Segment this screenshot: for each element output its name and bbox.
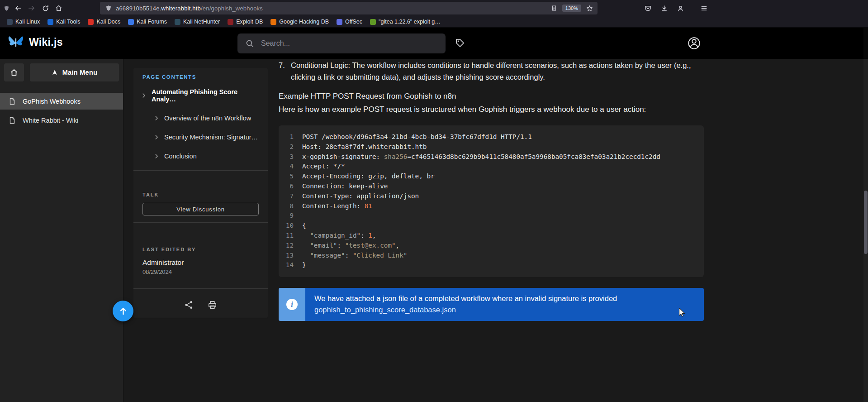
- browser-account-icon[interactable]: [674, 2, 687, 14]
- info-text: We have attached a json file of a comple…: [314, 294, 617, 302]
- bookmark-item[interactable]: Kali NetHunter: [171, 18, 223, 26]
- line-number: 6: [279, 182, 294, 191]
- back-button[interactable]: [11, 2, 25, 14]
- toc-item[interactable]: Security Mechanism: Signatur…: [133, 128, 268, 147]
- section-heading: Example HTTP POST Request from Gophish t…: [279, 92, 704, 101]
- downloads-icon[interactable]: [658, 2, 670, 14]
- line-number: 14: [279, 260, 294, 270]
- app-menu-icon[interactable]: [697, 2, 710, 14]
- pocket-save-icon[interactable]: [641, 2, 654, 14]
- bookmark-label: Kali Docs: [96, 19, 120, 25]
- url-domain: .whiterabbit.htb: [160, 5, 201, 12]
- list-item-text: Conditional Logic: The workflow includes…: [291, 59, 691, 83]
- reader-mode-icon[interactable]: [551, 5, 557, 11]
- code-line: Content-Length: 81: [302, 201, 660, 211]
- list-item-number: 7.: [279, 59, 291, 83]
- code-line: [302, 211, 660, 221]
- bookmark-favicon: [370, 19, 376, 25]
- ordered-list-item: 7. Conditional Logic: The workflow inclu…: [279, 59, 704, 83]
- toc-item[interactable]: Overview of the n8n Workflow: [133, 109, 268, 128]
- line-number: 2: [279, 142, 294, 152]
- bookmark-favicon: [337, 19, 342, 25]
- url-text: a668910b5514e.whiterabbit.htb/en/gophish…: [116, 5, 263, 12]
- bookmark-label: Google Hacking DB: [279, 19, 329, 25]
- page-actions: [133, 289, 268, 318]
- bookmark-item[interactable]: Kali Linux: [4, 18, 43, 26]
- bookmark-label: Kali NetHunter: [183, 19, 220, 25]
- bookmark-favicon: [47, 19, 53, 25]
- zoom-level-badge[interactable]: 130%: [562, 5, 581, 12]
- bookmark-item[interactable]: Google Hacking DB: [267, 18, 332, 26]
- bookmark-label: "gitea 1.22.6" exploit g…: [379, 19, 441, 25]
- navigation-arrow-icon: [52, 69, 58, 76]
- forward-button[interactable]: [25, 2, 38, 14]
- code-line: Accept: */*: [302, 162, 660, 172]
- bookmark-item[interactable]: Kali Tools: [44, 18, 83, 26]
- app-title: Wiki.js: [29, 36, 63, 48]
- view-discussion-button[interactable]: View Discussion: [142, 203, 259, 215]
- sidebar-page-item[interactable]: GoPhish Webhooks: [0, 93, 123, 110]
- reload-button[interactable]: [38, 2, 52, 14]
- print-icon[interactable]: [208, 300, 217, 310]
- talk-header: TALK: [133, 171, 268, 201]
- code-line: x-gophish-signature: sha256=cf4651463d8b…: [302, 152, 660, 162]
- bookmark-star-icon[interactable]: [586, 5, 593, 12]
- left-sidebar: Main Menu GoPhish WebhooksWhite Rabbit -…: [0, 59, 123, 402]
- account-icon[interactable]: [688, 37, 700, 49]
- code-lines: POST /webhook/d96af3a4-21bd-4bcb-bd34-37…: [294, 132, 660, 270]
- search-input[interactable]: [261, 39, 438, 48]
- article-content: 7. Conditional Logic: The workflow inclu…: [279, 59, 704, 321]
- bookmark-favicon: [228, 19, 233, 25]
- scroll-to-top-button[interactable]: [113, 301, 133, 321]
- chevron-right-icon: [153, 134, 160, 140]
- document-icon: [9, 98, 16, 105]
- wikijs-butterfly-logo[interactable]: [7, 35, 24, 50]
- workflow-json-link[interactable]: gophish_to_phishing_score_database.json: [314, 306, 456, 314]
- home-button[interactable]: [52, 2, 66, 14]
- last-edited-header: LAST EDITED BY: [133, 223, 268, 256]
- main-menu-label: Main Menu: [62, 69, 98, 76]
- line-number: 10: [279, 221, 294, 231]
- bookmark-label: Exploit-DB: [236, 19, 263, 25]
- bookmark-item[interactable]: Kali Docs: [85, 18, 123, 26]
- last-edited-by: Administrator: [133, 256, 268, 268]
- chevron-right-icon: [141, 92, 147, 99]
- bookmark-item[interactable]: "gitea 1.22.6" exploit g…: [367, 18, 444, 26]
- bookmark-favicon: [128, 19, 134, 25]
- bookmark-item[interactable]: Kali Forums: [125, 18, 170, 26]
- sidebar-page-item[interactable]: White Rabbit - Wiki: [0, 112, 123, 129]
- url-bar[interactable]: a668910b5514e.whiterabbit.htb/en/gophish…: [100, 2, 598, 14]
- toc-item[interactable]: Conclusion: [133, 147, 268, 166]
- url-subdomain: a668910b5514e: [116, 5, 160, 12]
- share-icon[interactable]: [184, 300, 194, 310]
- page-contents-header: PAGE CONTENTS: [133, 68, 268, 82]
- line-number: 12: [279, 241, 294, 251]
- tags-icon[interactable]: [455, 38, 465, 48]
- screen: a668910b5514e.whiterabbit.htb/en/gophish…: [0, 0, 868, 402]
- sidebar-home-button[interactable]: [4, 63, 24, 81]
- info-callout-body: We have attached a json file of a comple…: [305, 288, 704, 321]
- profile-shield-icon[interactable]: [4, 5, 9, 11]
- bookmark-item[interactable]: OffSec: [333, 18, 365, 26]
- code-line: "campaign_id": 1,: [302, 231, 660, 241]
- code-line: Accept-Encoding: gzip, deflate, br: [302, 172, 660, 182]
- chevron-right-icon: [153, 115, 160, 121]
- app-header: Wiki.js: [0, 28, 868, 59]
- document-icon: [9, 117, 16, 124]
- bookmark-favicon: [175, 19, 180, 25]
- main-menu-button[interactable]: Main Menu: [30, 63, 119, 81]
- chevron-right-icon: [153, 153, 160, 159]
- scrollbar-thumb[interactable]: [864, 191, 868, 254]
- page-scrollbar[interactable]: [863, 28, 868, 402]
- info-callout: i We have attached a json file of a comp…: [279, 288, 704, 321]
- bookmark-item[interactable]: Exploit-DB: [224, 18, 266, 26]
- code-line: }: [302, 260, 660, 270]
- paragraph: Here is how an example POST request is s…: [279, 105, 704, 114]
- line-number: 9: [279, 211, 294, 221]
- bookmark-label: Kali Tools: [56, 19, 80, 25]
- shield-permissions-icon[interactable]: [105, 5, 112, 11]
- search-box[interactable]: [237, 34, 446, 53]
- toc-item[interactable]: Automating Phishing Score Analy…: [133, 82, 268, 109]
- line-number: 3: [279, 152, 294, 162]
- code-line: POST /webhook/d96af3a4-21bd-4bcb-bd34-37…: [302, 132, 660, 142]
